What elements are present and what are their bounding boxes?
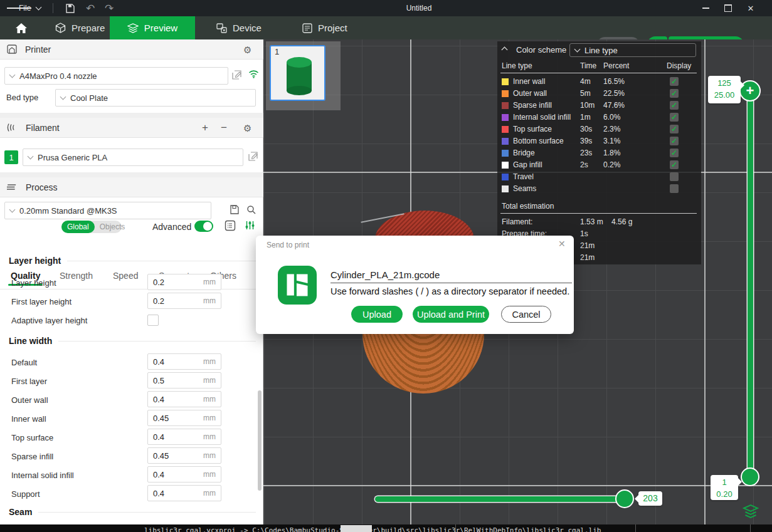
line-width-default-input[interactable]: 0.4mm xyxy=(147,353,221,370)
tab-strength[interactable]: Strength xyxy=(60,271,93,281)
top-layer-tooltip: 125 25.00 xyxy=(708,76,741,103)
line-width-sparse-infill-input[interactable]: 0.45mm xyxy=(147,447,221,464)
plus-icon: + xyxy=(746,84,754,98)
view-mode-dropdown[interactable]: Line type xyxy=(569,43,696,57)
display-checkbox[interactable] xyxy=(670,184,679,193)
scope-objects[interactable]: Objects xyxy=(95,221,130,233)
filament-label: Filament: xyxy=(502,217,532,226)
line-width-top-surface-input[interactable]: 0.4mm xyxy=(147,429,221,445)
layers-mode-icon[interactable] xyxy=(740,500,761,521)
undo-icon[interactable]: ↶ xyxy=(86,0,95,16)
statusbar-divider xyxy=(635,524,636,532)
param-label: Top surface xyxy=(11,433,53,442)
dialog-close-icon[interactable]: ✕ xyxy=(558,239,566,249)
move-range-slider[interactable] xyxy=(375,496,626,502)
cancel-button[interactable]: Cancel xyxy=(501,306,551,323)
line-width-inner-wall-input[interactable]: 0.45mm xyxy=(147,410,221,426)
display-checkbox[interactable]: ✓ xyxy=(670,113,679,122)
move-tooltip: 203 xyxy=(638,491,662,506)
total-time-value: 21m xyxy=(580,253,595,262)
color-swatch xyxy=(502,138,509,145)
top-layer-height: 25.00 xyxy=(708,90,741,102)
display-checkbox[interactable] xyxy=(670,172,679,181)
display-checkbox[interactable]: ✓ xyxy=(670,160,679,169)
chevron-down-icon xyxy=(60,94,66,100)
search-icon[interactable] xyxy=(246,205,256,214)
prepare-cube-icon xyxy=(55,23,66,33)
edit-filament-icon[interactable] xyxy=(248,152,258,161)
line-width-support-input[interactable]: 0.4mm xyxy=(147,485,221,501)
home-tab[interactable] xyxy=(9,16,34,39)
display-checkbox[interactable]: ✓ xyxy=(670,125,679,133)
chevron-down-icon xyxy=(28,154,34,160)
printer-settings-gear-icon[interactable]: ⚙ xyxy=(243,44,251,56)
layer-range-slider[interactable] xyxy=(748,91,753,477)
bed-type-label: Bed type xyxy=(6,93,38,102)
process-preset-dropdown[interactable]: 0.20mm Standard @MK3S xyxy=(4,202,211,219)
legend-row: Travel xyxy=(497,171,701,183)
move-slider-handle[interactable] xyxy=(615,489,634,508)
legend-row: Sparse infill 10m 47.6% ✓ xyxy=(497,100,701,112)
redo-icon[interactable]: ↷ xyxy=(105,0,114,16)
edit-printer-icon[interactable] xyxy=(232,70,241,80)
param-label: Layer height xyxy=(11,278,56,288)
tab-preview[interactable]: Preview xyxy=(110,16,195,39)
section-gap xyxy=(0,172,263,177)
adaptive-layer-height-checkbox[interactable] xyxy=(147,315,159,326)
panel-scrollbar[interactable] xyxy=(258,390,262,491)
display-checkbox[interactable]: ✓ xyxy=(670,149,679,157)
save-preset-icon[interactable] xyxy=(230,205,239,214)
window-title: Untitled xyxy=(381,0,457,16)
save-icon[interactable] xyxy=(65,0,75,16)
maximize-icon[interactable] xyxy=(717,0,739,16)
thumbnail-cylinder-bottom xyxy=(287,86,312,95)
display-checkbox[interactable]: ✓ xyxy=(670,137,679,145)
filename-input[interactable]: Cylinder_PLA_21m.gcode xyxy=(330,267,572,283)
process-scope-toggle[interactable]: Global Objects xyxy=(61,221,122,233)
advanced-toggle[interactable] xyxy=(194,221,213,232)
taskbar-segment xyxy=(341,525,372,532)
add-filament-icon[interactable]: + xyxy=(202,122,208,134)
tab-project[interactable]: Project xyxy=(296,16,354,39)
parameter-list-icon[interactable] xyxy=(225,220,236,231)
close-icon[interactable]: ✕ xyxy=(740,0,761,16)
display-checkbox[interactable]: ✓ xyxy=(670,101,679,110)
legend-row: Bridge 23s 1.8% ✓ xyxy=(497,147,701,159)
file-menu-chevron-icon[interactable] xyxy=(36,0,41,16)
upload-button[interactable]: Upload xyxy=(351,306,403,323)
first-layer-height-input[interactable]: 0.2mm xyxy=(147,293,221,309)
color-swatch xyxy=(502,185,509,192)
filament-icon xyxy=(7,123,18,132)
legend-panel: Color scheme Line type Line type Time Pe… xyxy=(497,41,701,264)
filament-settings-gear-icon[interactable]: ⚙ xyxy=(243,123,251,134)
remove-filament-icon[interactable]: − xyxy=(221,122,227,134)
minimize-icon[interactable] xyxy=(695,0,716,16)
col-header-line-type: Line type xyxy=(502,61,532,70)
tab-device[interactable]: Device xyxy=(210,16,268,39)
tab-speed[interactable]: Speed xyxy=(113,271,138,281)
filament-slot-badge[interactable]: 1 xyxy=(4,150,18,164)
tab-prepare[interactable]: Prepare xyxy=(41,16,119,39)
line-width-internal-solid-input[interactable]: 0.4mm xyxy=(147,466,221,482)
thumbnail-cylinder-top xyxy=(287,57,312,68)
layer-height-input[interactable]: 0.2mm xyxy=(147,274,221,290)
legend-row: Top surface 30s 2.3% ✓ xyxy=(497,123,701,135)
file-menu[interactable]: File xyxy=(19,0,31,16)
wifi-connection-icon[interactable] xyxy=(248,70,259,78)
collapse-panel-icon[interactable] xyxy=(502,45,507,54)
color-swatch xyxy=(502,78,509,85)
display-checkbox[interactable]: ✓ xyxy=(670,77,679,86)
layer-slider-bottom-handle[interactable] xyxy=(741,467,759,486)
upload-and-print-button[interactable]: Upload and Print xyxy=(413,306,489,323)
parameter-tune-icon[interactable] xyxy=(245,220,255,231)
filament-preset-dropdown[interactable]: Prusa Generic PLA xyxy=(23,149,243,166)
line-width-first-layer-input[interactable]: 0.5mm xyxy=(147,372,221,389)
scope-global[interactable]: Global xyxy=(61,221,95,233)
bed-type-dropdown[interactable]: Cool Plate xyxy=(55,89,256,107)
display-checkbox[interactable]: ✓ xyxy=(670,89,679,98)
model-time-value: 21m xyxy=(580,241,595,250)
param-label: Internal solid infill xyxy=(11,471,74,480)
printer-preset-dropdown[interactable]: A4MaxPro 0.4 nozzle xyxy=(4,67,228,85)
line-width-outer-wall-input[interactable]: 0.4mm xyxy=(147,391,221,407)
legend-title: Color scheme xyxy=(516,45,566,55)
